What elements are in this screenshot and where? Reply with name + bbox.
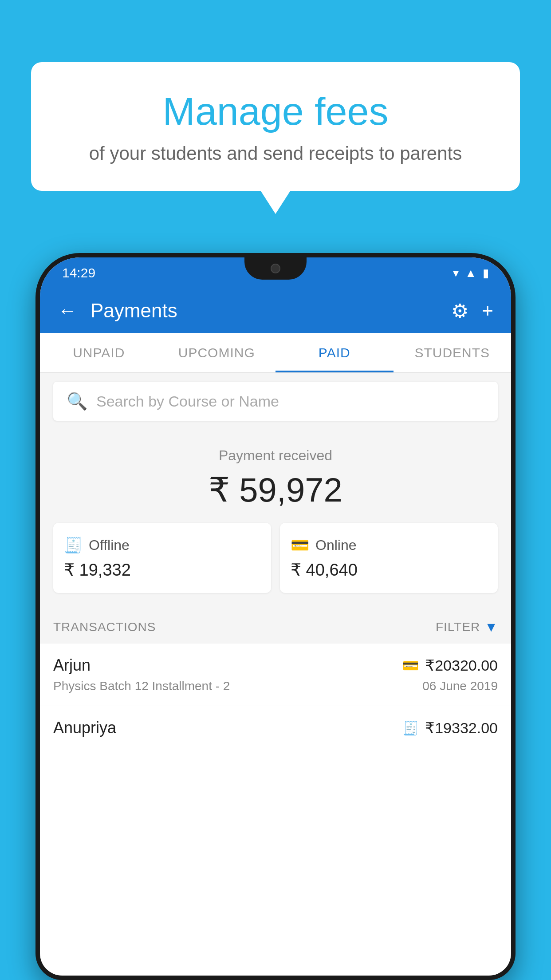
filter-container[interactable]: FILTER ▼: [436, 620, 498, 635]
online-amount: ₹ 40,640: [291, 560, 487, 580]
speech-bubble: Manage fees of your students and send re…: [31, 62, 520, 191]
search-input[interactable]: Search by Course or Name: [96, 393, 279, 410]
status-time: 14:29: [62, 265, 95, 281]
gear-icon[interactable]: ⚙: [451, 300, 468, 322]
online-card-header: 💳 Online: [291, 536, 487, 554]
student-name: Arjun: [53, 656, 91, 675]
offline-card-header: 🧾 Offline: [64, 536, 260, 554]
transaction-amount: ₹20320.00: [425, 656, 498, 674]
phone-frame: 14:29 ▾ ▲ ▮ ← Payments ⚙ + UNPAID: [35, 253, 516, 980]
search-bar[interactable]: 🔍 Search by Course or Name: [53, 382, 498, 421]
app-title: Payments: [91, 300, 438, 322]
tab-paid[interactable]: PAID: [276, 333, 394, 372]
offline-card: 🧾 Offline ₹ 19,332: [53, 523, 271, 593]
battery-icon: ▮: [483, 266, 489, 280]
student-name: Anupriya: [53, 719, 116, 737]
offline-amount: ₹ 19,332: [64, 560, 260, 580]
payment-summary: Payment received ₹ 59,972 🧾 Offline ₹ 19…: [40, 430, 511, 606]
cash-icon: 🧾: [64, 536, 83, 554]
bubble-title: Manage fees: [67, 89, 484, 134]
filter-icon: ▼: [484, 620, 498, 635]
transaction-amount: ₹19332.00: [425, 719, 498, 737]
wifi-icon: ▾: [453, 266, 459, 280]
online-card: 💳 Online ₹ 40,640: [280, 523, 498, 593]
notch: [244, 257, 307, 280]
signal-icon: ▲: [465, 266, 476, 280]
tabs: UNPAID UPCOMING PAID STUDENTS: [40, 333, 511, 373]
transactions-header: TRANSACTIONS FILTER ▼: [40, 606, 511, 644]
transaction-row[interactable]: Anupriya 🧾 ₹19332.00: [40, 706, 511, 742]
card-icon: 💳: [291, 536, 309, 554]
filter-label: FILTER: [436, 620, 480, 634]
payment-received-label: Payment received: [53, 447, 498, 464]
tab-upcoming[interactable]: UPCOMING: [158, 333, 276, 372]
tab-students[interactable]: STUDENTS: [394, 333, 512, 372]
transaction-top: Anupriya 🧾 ₹19332.00: [53, 719, 498, 737]
card-payment-icon: 💳: [402, 658, 419, 673]
transactions-label: TRANSACTIONS: [53, 620, 156, 634]
phone-screen: 14:29 ▾ ▲ ▮ ← Payments ⚙ + UNPAID: [40, 257, 511, 976]
search-container: 🔍 Search by Course or Name: [40, 373, 511, 430]
payment-cards: 🧾 Offline ₹ 19,332 💳 Online ₹ 40,640: [53, 523, 498, 593]
transaction-row[interactable]: Arjun 💳 ₹20320.00 Physics Batch 12 Insta…: [40, 644, 511, 706]
search-icon: 🔍: [67, 391, 87, 411]
online-label: Online: [315, 537, 357, 553]
app-bar-actions: ⚙ +: [451, 300, 493, 322]
status-icons: ▾ ▲ ▮: [453, 266, 489, 280]
transaction-bottom: Physics Batch 12 Installment - 2 06 June…: [53, 679, 498, 693]
transaction-top: Arjun 💳 ₹20320.00: [53, 656, 498, 675]
amount-container: 💳 ₹20320.00: [402, 656, 498, 674]
offline-label: Offline: [89, 537, 130, 553]
back-button[interactable]: ←: [58, 300, 77, 322]
status-bar: 14:29 ▾ ▲ ▮: [40, 257, 511, 288]
payment-total-amount: ₹ 59,972: [53, 470, 498, 510]
camera-dot: [271, 264, 280, 273]
amount-container: 🧾 ₹19332.00: [402, 719, 498, 737]
speech-bubble-container: Manage fees of your students and send re…: [31, 62, 520, 191]
cash-payment-icon: 🧾: [402, 720, 419, 736]
add-button[interactable]: +: [482, 300, 493, 322]
app-bar: ← Payments ⚙ +: [40, 288, 511, 333]
course-info: Physics Batch 12 Installment - 2: [53, 679, 230, 693]
bubble-subtitle: of your students and send receipts to pa…: [67, 143, 484, 164]
tab-unpaid[interactable]: UNPAID: [40, 333, 158, 372]
transaction-date: 06 June 2019: [422, 679, 498, 693]
